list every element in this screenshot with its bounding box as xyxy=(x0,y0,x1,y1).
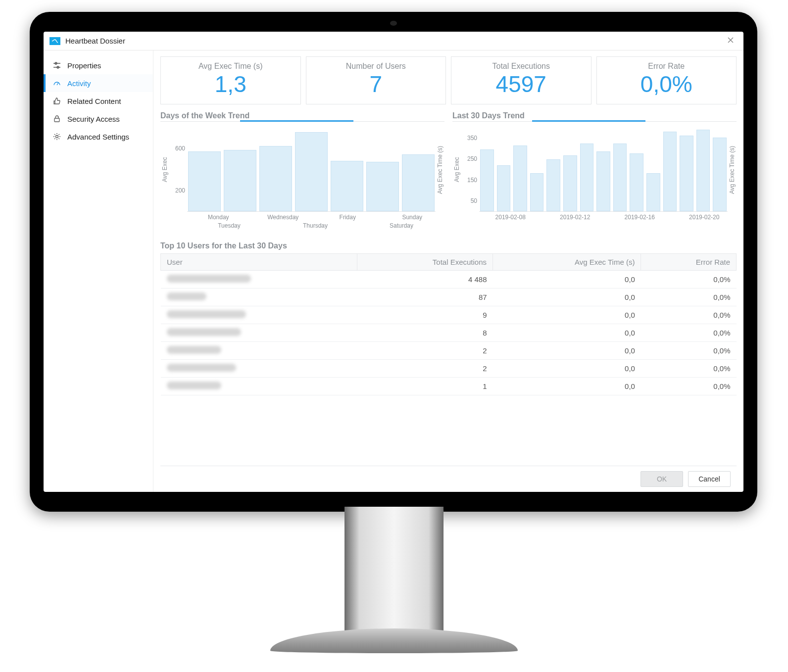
x-tick: 2019-02-12 xyxy=(543,214,608,221)
app-icon xyxy=(49,37,60,45)
table-header-row: User Total Executions Avg Exec Time (s) … xyxy=(161,253,737,270)
metric-value: 1,3 xyxy=(163,72,298,97)
y-axis-label-right: Avg Exec Time (s) xyxy=(728,128,737,212)
chart-bar xyxy=(224,150,256,211)
cell-error-rate: 0,0% xyxy=(641,324,737,341)
col-error-rate[interactable]: Error Rate xyxy=(641,253,737,270)
metric-value: 0,0% xyxy=(599,72,735,97)
gauge-icon xyxy=(52,79,61,88)
chart-bar xyxy=(188,151,221,211)
x-tick: Friday xyxy=(315,214,380,222)
chart-bar xyxy=(613,144,627,211)
x-tick: 2019-02-16 xyxy=(607,214,672,221)
cell-user xyxy=(161,306,357,324)
cell-user xyxy=(161,270,357,288)
y-tick: 50 xyxy=(461,197,477,204)
cell-total-exec: 87 xyxy=(357,288,492,306)
obscured-username xyxy=(167,364,236,372)
cell-total-exec: 4 488 xyxy=(357,270,492,288)
monitor-frame: Heartbeat Dossier Properties Activi xyxy=(30,12,757,512)
metric-label: Number of Users xyxy=(308,62,444,71)
obscured-username xyxy=(167,328,241,336)
chart-bar xyxy=(513,145,527,211)
table-row[interactable]: 90,00,0% xyxy=(161,306,737,324)
y-tick: 150 xyxy=(461,177,477,184)
cell-avg-exec: 0,0 xyxy=(493,341,641,359)
x-tick: Monday xyxy=(186,214,251,222)
chart-bar xyxy=(630,153,643,211)
x-axis-ticks: MondayWednesdayFridaySundayTuesdayThursd… xyxy=(186,214,444,231)
table-row[interactable]: 20,00,0% xyxy=(161,341,737,359)
col-user[interactable]: User xyxy=(161,253,357,270)
chart-bars xyxy=(187,128,436,212)
cell-avg-exec: 0,0 xyxy=(493,377,641,395)
cancel-button[interactable]: Cancel xyxy=(688,471,731,487)
chart-title: Days of the Week Trend xyxy=(160,111,444,122)
chart-bar xyxy=(546,159,560,211)
chart-days-of-week: Days of the Week Trend Avg Exec 600200 A… xyxy=(160,111,444,231)
sidebar-item-related-content[interactable]: Related Content xyxy=(44,92,153,110)
table-row[interactable]: 20,00,0% xyxy=(161,359,737,377)
cell-total-exec: 2 xyxy=(357,359,492,377)
y-tick: 200 xyxy=(169,187,185,194)
sidebar-item-activity[interactable]: Activity xyxy=(44,74,153,92)
table-row[interactable]: 870,00,0% xyxy=(161,288,737,306)
chart-bar xyxy=(596,151,610,211)
dialog-footer: OK Cancel xyxy=(160,466,737,492)
svg-point-6 xyxy=(56,136,58,138)
chart-last-30-days: Last 30 Days Trend Avg Exec 35025015050 … xyxy=(452,111,737,231)
metric-value: 4597 xyxy=(453,72,589,97)
sidebar-item-security-access[interactable]: Security Access xyxy=(44,110,153,128)
cell-total-exec: 1 xyxy=(357,377,492,395)
metric-label: Total Executions xyxy=(453,62,589,71)
charts-row: Days of the Week Trend Avg Exec 600200 A… xyxy=(160,111,737,231)
sidebar-item-label: Activity xyxy=(67,79,91,88)
col-avg-exec[interactable]: Avg Exec Time (s) xyxy=(493,253,641,270)
cell-error-rate: 0,0% xyxy=(641,270,737,288)
cell-user xyxy=(161,288,357,306)
x-tick: 2019-02-20 xyxy=(672,214,737,221)
obscured-username xyxy=(167,275,251,283)
chart-bar xyxy=(480,149,494,211)
sidebar-item-properties[interactable]: Properties xyxy=(44,56,153,74)
monitor-stand-base xyxy=(270,628,518,653)
x-tick: Saturday xyxy=(358,222,444,231)
chart-bar xyxy=(563,155,577,211)
chart-bar xyxy=(530,173,544,211)
metric-card-number-of-users: Number of Users 7 xyxy=(306,56,446,104)
chart-bars xyxy=(479,128,728,212)
cell-error-rate: 0,0% xyxy=(641,359,737,377)
close-icon[interactable] xyxy=(724,35,738,47)
cell-total-exec: 8 xyxy=(357,324,492,341)
sidebar-item-label: Security Access xyxy=(67,115,120,123)
top-users-table: User Total Executions Avg Exec Time (s) … xyxy=(160,253,737,395)
sidebar: Properties Activity Related Content xyxy=(44,50,153,492)
col-total-exec[interactable]: Total Executions xyxy=(357,253,492,270)
metric-cards: Avg Exec Time (s) 1,3 Number of Users 7 … xyxy=(160,56,737,104)
cell-user xyxy=(161,359,357,377)
cell-error-rate: 0,0% xyxy=(641,341,737,359)
chart-bar xyxy=(295,132,328,211)
y-tick: 600 xyxy=(169,145,185,152)
chart-bar xyxy=(663,132,677,211)
sidebar-item-advanced-settings[interactable]: Advanced Settings xyxy=(44,128,153,145)
chart-bar xyxy=(497,165,511,211)
y-axis-label-left: Avg Exec xyxy=(160,128,169,212)
table-row[interactable]: 10,00,0% xyxy=(161,377,737,395)
monitor-stand-neck xyxy=(345,507,443,635)
metric-label: Error Rate xyxy=(599,62,735,71)
cell-total-exec: 9 xyxy=(357,306,492,324)
metric-card-total-executions: Total Executions 4597 xyxy=(451,56,591,104)
lock-icon xyxy=(52,114,61,123)
table-row[interactable]: 80,00,0% xyxy=(161,324,737,341)
table-title: Top 10 Users for the Last 30 Days xyxy=(160,241,737,250)
table-row[interactable]: 4 4880,00,0% xyxy=(161,270,737,288)
chart-bar xyxy=(646,173,660,211)
y-axis-ticks: 35025015050 xyxy=(461,128,479,212)
chart-bar xyxy=(331,161,363,211)
metric-card-avg-exec-time: Avg Exec Time (s) 1,3 xyxy=(160,56,301,104)
chart-bar xyxy=(259,146,292,211)
ok-button: OK xyxy=(640,471,683,487)
chart-bar xyxy=(402,154,435,211)
cell-total-exec: 2 xyxy=(357,341,492,359)
